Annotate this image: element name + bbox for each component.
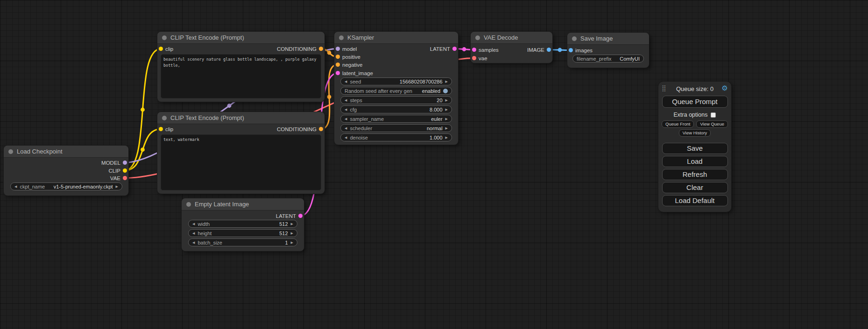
node-title: Save Image [580,35,613,42]
image-slot-dot[interactable] [569,48,573,52]
seed-widget[interactable]: ◀ seed 156680208700286 ▶ [340,77,452,85]
conditioning-slot-dot[interactable] [319,127,323,131]
steps-widget[interactable]: ◀ steps 20 ▶ [340,96,452,104]
collapse-dot[interactable] [162,116,167,120]
drag-handle[interactable]: ⣿ [662,84,666,91]
height-widget[interactable]: ◀ height 512 ▶ [188,229,297,237]
increment-arrow-icon[interactable]: ▶ [445,126,448,130]
scheduler-widget[interactable]: ◀ scheduler normal ▶ [340,124,452,132]
prompt-text-area[interactable]: beautiful scenery nature glass bottle la… [161,54,321,98]
clip-slot-dot[interactable] [159,127,163,131]
decrement-arrow-icon[interactable]: ◀ [345,108,347,111]
decrement-arrow-icon[interactable]: ◀ [14,185,17,188]
decrement-arrow-icon[interactable]: ◀ [345,117,347,120]
queue-front-button[interactable]: Queue Front [662,120,694,128]
collapse-dot[interactable] [186,202,191,207]
prompt-text-area[interactable]: text, watermark [161,134,321,190]
ckpt-name-widget[interactable]: ◀ ckpt_name v1-5-pruned-emaonly.ckpt ▶ [10,182,122,190]
model-slot-dot[interactable] [336,47,340,51]
collapse-dot[interactable] [572,36,577,41]
sampler-name-widget[interactable]: ◀ sampler_name euler ▶ [340,115,452,123]
conditioning-slot-dot[interactable] [336,63,340,67]
increment-arrow-icon[interactable]: ▶ [445,108,448,111]
node-save-image[interactable]: Save Image images filename_prefix ComfyU… [567,33,649,68]
node-title-bar[interactable]: Save Image [567,33,649,45]
node-title-bar[interactable]: CLIP Text Encode (Prompt) [157,32,325,44]
settings-gear-icon[interactable]: ⚙ [722,84,728,91]
node-title-bar[interactable]: CLIP Text Encode (Prompt) [157,112,325,124]
vae-slot-dot[interactable] [472,56,476,60]
node-title: Load Checkpoint [17,148,63,155]
save-button[interactable]: Save [662,143,728,154]
queue-size-label: Queue size: 0 [676,85,713,92]
decrement-arrow-icon[interactable]: ◀ [345,136,347,139]
collapse-dot[interactable] [475,35,480,40]
cfg-widget[interactable]: ◀ cfg 8.000 ▶ [340,105,452,113]
collapse-dot[interactable] [339,35,344,40]
decrement-arrow-icon[interactable]: ◀ [192,231,195,235]
conditioning-slot-dot[interactable] [336,55,340,59]
node-load-checkpoint[interactable]: Load Checkpoint MODEL CLIP VAE ◀ ckpt_na… [4,146,128,196]
node-title-bar[interactable]: Empty Latent Image [182,198,304,210]
node-ksampler[interactable]: KSampler model positive negative latent_… [334,32,458,145]
clip-slot-dot[interactable] [159,47,163,51]
node-graph-canvas[interactable]: Load Checkpoint MODEL CLIP VAE ◀ ckpt_na… [0,0,868,329]
collapse-dot[interactable] [162,35,167,40]
view-queue-button[interactable]: View Queue [696,120,728,128]
width-widget[interactable]: ◀ width 512 ▶ [188,220,297,228]
decrement-arrow-icon[interactable]: ◀ [192,222,195,225]
node-title-bar[interactable]: Load Checkpoint [4,146,128,158]
node-clip-text-encode-positive[interactable]: CLIP Text Encode (Prompt) clip CONDITION… [157,32,325,102]
input-samples: samples [472,46,499,54]
clip-slot-dot[interactable] [123,168,127,173]
output-vae: VAE [110,174,127,182]
clear-button[interactable]: Clear [662,182,728,193]
decrement-arrow-icon[interactable]: ◀ [192,241,195,244]
refresh-button[interactable]: Refresh [662,169,728,180]
load-default-button[interactable]: Load Default [662,195,728,206]
widget-label: height [198,231,212,236]
model-slot-dot[interactable] [123,161,127,165]
widget-value: 1.000 [430,135,443,140]
node-title-bar[interactable]: VAE Decode [471,32,552,44]
collapse-dot[interactable] [8,149,13,154]
filename-prefix-widget[interactable]: filename_prefix ComfyUI [572,55,644,63]
decrement-arrow-icon[interactable]: ◀ [345,98,347,102]
denoise-widget[interactable]: ◀ denoise 1.000 ▶ [340,133,452,141]
latent-slot-dot[interactable] [298,214,303,218]
increment-arrow-icon[interactable]: ▶ [445,117,448,120]
node-empty-latent-image[interactable]: Empty Latent Image LATENT ◀ width 512 ▶ … [182,198,304,251]
decrement-arrow-icon[interactable]: ◀ [345,126,347,130]
input-clip: clip [159,125,173,133]
node-clip-text-encode-negative[interactable]: CLIP Text Encode (Prompt) clip CONDITION… [157,112,325,194]
increment-arrow-icon[interactable]: ▶ [291,222,293,225]
widget-value: 1 [285,240,288,245]
random-seed-toggle-widget[interactable]: Random seed after every gen enabled [340,87,452,95]
conditioning-slot-dot[interactable] [319,47,323,51]
vae-slot-dot[interactable] [123,176,127,180]
increment-arrow-icon[interactable]: ▶ [116,185,118,188]
input-label: samples [479,47,499,53]
increment-arrow-icon[interactable]: ▶ [291,231,293,235]
output-latent: LATENT [430,45,457,53]
decrement-arrow-icon[interactable]: ◀ [345,80,347,83]
increment-arrow-icon[interactable]: ▶ [291,241,293,244]
image-slot-dot[interactable] [547,48,551,52]
latent-slot-dot[interactable] [452,47,457,51]
increment-arrow-icon[interactable]: ▶ [445,136,448,139]
load-button[interactable]: Load [662,156,728,167]
view-history-button[interactable]: View History [679,129,711,137]
queue-prompt-button[interactable]: Queue Prompt [662,96,728,108]
batch-size-widget[interactable]: ◀ batch_size 1 ▶ [188,238,297,246]
node-title-bar[interactable]: KSampler [334,32,458,44]
latent-slot-dot[interactable] [336,71,340,75]
increment-arrow-icon[interactable]: ▶ [445,80,448,83]
node-vae-decode[interactable]: VAE Decode samples vae IMAGE [471,32,552,63]
input-label: clip [165,46,173,52]
toggle-knob[interactable] [443,89,448,93]
widget-label: steps [350,98,362,103]
increment-arrow-icon[interactable]: ▶ [445,98,448,102]
latent-slot-dot[interactable] [472,48,476,52]
output-label: MODEL [101,160,120,166]
extra-options-checkbox[interactable] [711,112,716,118]
